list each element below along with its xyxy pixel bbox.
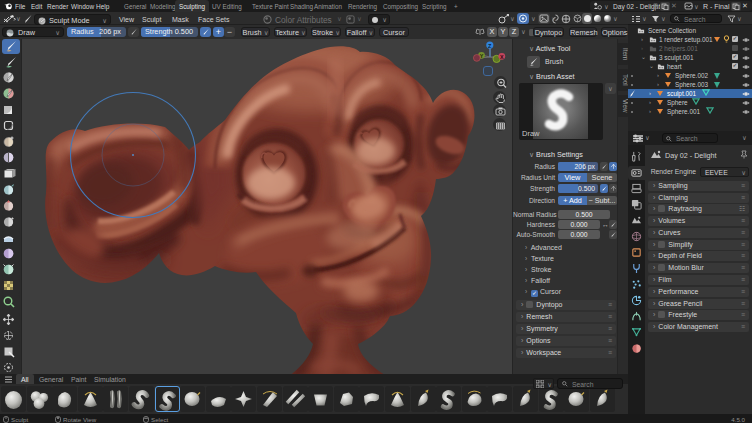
svg-text:Z: Z <box>488 43 492 49</box>
svg-text:X: X <box>500 54 504 60</box>
